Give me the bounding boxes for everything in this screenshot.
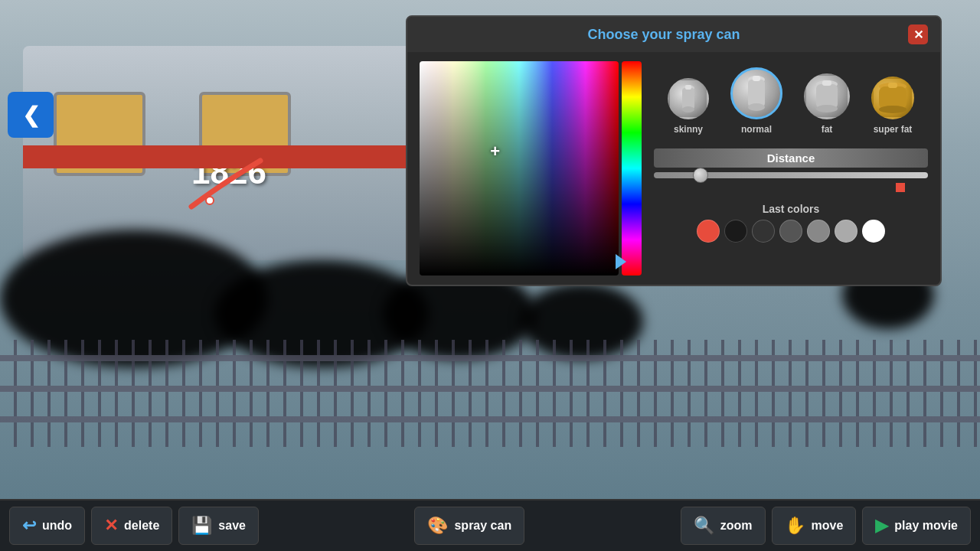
- fence-rail-1: [0, 355, 980, 361]
- zoom-label: zoom: [720, 519, 753, 533]
- spray-can-icon: 🎨: [427, 516, 448, 536]
- move-button[interactable]: ✋ move: [772, 507, 857, 545]
- last-color-dot-3[interactable]: [779, 220, 802, 243]
- undo-button[interactable]: ↩ undo: [9, 507, 85, 545]
- svg-point-2: [682, 106, 694, 112]
- zoom-icon: 🔍: [694, 516, 714, 536]
- last-color-dot-5[interactable]: [835, 220, 858, 243]
- distance-label: Distance: [654, 148, 928, 168]
- back-button[interactable]: ❮: [8, 92, 54, 138]
- zoom-button[interactable]: 🔍 zoom: [681, 507, 766, 545]
- move-label: move: [812, 519, 844, 533]
- svg-point-6: [748, 103, 765, 111]
- svg-rect-5: [748, 80, 765, 107]
- train-stripe: [23, 145, 421, 168]
- hue-slider-thumb: [616, 254, 626, 269]
- fence: [0, 340, 980, 447]
- can-icon-fat: [804, 73, 850, 119]
- color-crosshair: +: [490, 142, 500, 161]
- cursor-indicator: [205, 196, 214, 205]
- last-color-dot-2[interactable]: [752, 220, 775, 243]
- distance-slider[interactable]: [654, 172, 928, 178]
- undo-icon: ↩: [22, 516, 36, 536]
- spray-can-dialog: Choose your spray can ✕ +: [406, 15, 942, 286]
- svg-rect-15: [888, 83, 897, 88]
- delete-label: delete: [124, 519, 159, 533]
- svg-point-10: [816, 105, 838, 112]
- delete-button[interactable]: ✕ delete: [91, 507, 172, 545]
- svg-rect-7: [753, 76, 760, 81]
- play-movie-button[interactable]: ▶ play movie: [862, 507, 971, 545]
- can-option-fat[interactable]: fat: [804, 73, 850, 135]
- spray-can-label: spray can: [454, 519, 511, 533]
- last-colors-label: Last colors: [654, 203, 928, 215]
- hue-slider-wrapper: [622, 61, 642, 276]
- can-label-fat: fat: [822, 124, 833, 135]
- dialog-title-bar: Choose your spray can ✕: [407, 17, 940, 52]
- save-icon: 💾: [191, 516, 212, 536]
- svg-point-14: [879, 106, 906, 113]
- distance-section: Distance: [654, 148, 928, 192]
- fence-rail-3: [0, 416, 980, 422]
- can-size-selector: skinny normal: [654, 61, 928, 138]
- save-button[interactable]: 💾 save: [178, 507, 259, 545]
- last-colors-section: Last colors: [654, 203, 928, 243]
- can-label-superfat: super fat: [874, 124, 913, 135]
- last-color-dot-6[interactable]: [862, 220, 885, 243]
- distance-slider-row: [654, 172, 928, 178]
- svg-rect-3: [685, 85, 691, 90]
- color-picker-area: +: [420, 61, 642, 276]
- play-icon: ▶: [875, 516, 888, 536]
- can-option-superfat[interactable]: super fat: [871, 77, 914, 135]
- can-icon-skinny: [668, 78, 709, 119]
- last-color-dot-1[interactable]: [724, 220, 747, 243]
- move-icon: ✋: [785, 516, 805, 536]
- last-color-dot-0[interactable]: [697, 220, 720, 243]
- back-arrow-icon: ❮: [22, 103, 40, 128]
- right-panel: skinny normal: [654, 61, 928, 276]
- undo-label: undo: [42, 519, 72, 533]
- dialog-content: +: [407, 52, 940, 285]
- spray-can-button[interactable]: 🎨 spray can: [414, 507, 524, 545]
- last-color-dot-4[interactable]: [807, 220, 830, 243]
- save-label: save: [218, 519, 246, 533]
- svg-rect-1: [682, 88, 694, 109]
- fence-rail-2: [0, 386, 980, 392]
- distance-dot: [896, 183, 905, 192]
- toolbar: ↩ undo ✕ delete 💾 save 🎨 spray can 🔍 zoo…: [0, 499, 980, 551]
- color-gradient-picker[interactable]: +: [420, 61, 619, 276]
- can-option-skinny[interactable]: skinny: [668, 78, 709, 135]
- hue-slider[interactable]: [622, 61, 642, 276]
- can-icon-superfat: [871, 77, 914, 119]
- play-label: play movie: [894, 519, 958, 533]
- dialog-close-button[interactable]: ✕: [908, 24, 928, 44]
- can-option-normal[interactable]: normal: [730, 67, 782, 135]
- last-colors-row: [654, 220, 928, 243]
- can-label-skinny: skinny: [674, 124, 703, 135]
- dialog-title: Choose your spray can: [420, 27, 908, 43]
- delete-icon: ✕: [104, 516, 118, 536]
- can-icon-normal: [730, 67, 782, 119]
- svg-rect-11: [822, 80, 831, 86]
- can-label-normal: normal: [741, 124, 772, 135]
